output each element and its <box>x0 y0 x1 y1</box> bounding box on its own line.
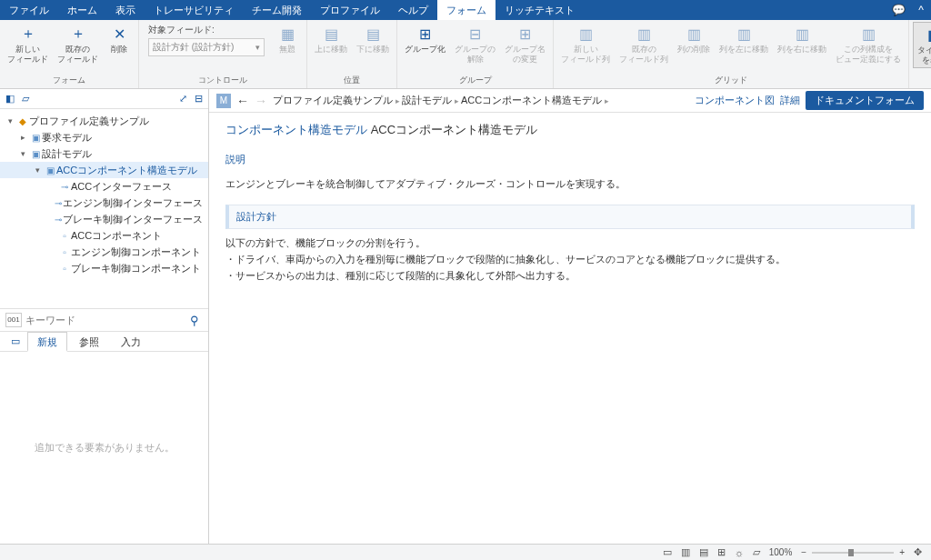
ribbon-group: ▥新しい フィールド列▥既存の フィールド列▥列の削除▥列を左に移動▥列を右に移… <box>554 20 909 88</box>
tree-node[interactable]: ▫ブレーキ制御コンポーネント <box>0 260 208 276</box>
ribbon-group: 対象フィールド:設計方針 (設計方針)▾▦無題コントロール <box>139 20 307 88</box>
ribbon-button-icon: ⊟ <box>466 24 486 44</box>
status-icon[interactable]: ▱ <box>753 546 760 558</box>
section-policy-header: 設計方針 <box>225 205 915 229</box>
ribbon-button-icon: ▥ <box>684 24 704 44</box>
menu-tab[interactable]: 表示 <box>106 0 145 20</box>
document-title: コンポーネント構造モデル ACCコンポーネント構造モデル <box>225 122 915 138</box>
tree-root[interactable]: ▾◆プロファイル定義サンプル <box>0 113 208 129</box>
target-field-select[interactable]: 設計方針 (設計方針)▾ <box>148 38 265 56</box>
menu-tab[interactable]: ヘルプ <box>389 0 437 20</box>
breadcrumb-item[interactable]: 設計モデル <box>402 95 452 105</box>
window-collapse-icon[interactable]: ^ <box>918 4 924 16</box>
ribbon-group: ◧タイトル を表示◧タイトルの 表示方向タイトル <box>909 20 931 88</box>
menu-tab[interactable]: チーム開発 <box>243 0 311 20</box>
policy-text[interactable]: ・サービスからの出力は、種別に応じて段階的に具象化して外部へ出力する。 <box>225 267 915 284</box>
sidebar-toolbar: ◧ ▱ ⤢ ⊟ <box>0 89 208 109</box>
ribbon-button: ▥列を左に移動 <box>716 22 772 56</box>
document-form-button[interactable]: ドキュメントフォーム <box>806 91 924 110</box>
ribbon-button-icon: ▤ <box>363 24 383 44</box>
subtab-icon[interactable]: ▭ <box>5 332 25 351</box>
keyword-input[interactable] <box>25 315 183 325</box>
sub-tab[interactable]: 参照 <box>69 332 109 351</box>
nav-back-icon[interactable]: ← <box>236 94 249 108</box>
menu-tabs: ファイルホーム表示トレーサビリティチーム開発プロファイルヘルプフォームリッチテキ… <box>0 0 584 20</box>
tree-node[interactable]: ▫ACCコンポーネント <box>0 227 208 244</box>
tree-node[interactable]: ⊸ブレーキ制御インターフェース <box>0 211 208 227</box>
status-icon[interactable]: ✥ <box>914 546 922 558</box>
ribbon-button-icon: ▦ <box>277 24 297 44</box>
sub-tabs: ▭ 新規参照入力 <box>0 332 208 352</box>
menu-tab[interactable]: ホーム <box>58 0 106 20</box>
status-icon[interactable]: ⊞ <box>717 546 726 558</box>
tree-node[interactable]: ⊸エンジン制御インターフェース <box>0 195 208 211</box>
nav-fwd-icon[interactable]: → <box>255 94 267 108</box>
breadcrumb-item[interactable]: プロファイル定義サンプル <box>273 95 393 105</box>
tree-node[interactable]: ▾▣設計モデル <box>0 145 208 162</box>
tree-node[interactable]: ⊸ACCインターフェース <box>0 178 208 195</box>
toolbar-icon[interactable]: ◧ <box>5 93 15 105</box>
ribbon-button-icon: ▤ <box>321 24 341 44</box>
menu-tab[interactable]: トレーサビリティ <box>145 0 243 20</box>
status-bar: ▭ ▥ ▤ ⊞ ☼ ▱ 100% −+ ✥ <box>0 544 931 560</box>
toolbar-icon[interactable]: ⊟ <box>195 93 203 105</box>
ribbon-button: ⊟グループの 解除 <box>451 22 499 66</box>
status-icon[interactable]: ☼ <box>735 547 744 558</box>
status-icon[interactable]: ▥ <box>681 546 690 558</box>
ribbon-group: ▤上に移動▤下に移動位置 <box>307 20 397 88</box>
ribbon-group: ＋新しい フィールド＋既存の フィールド✕削除フォーム <box>0 20 139 88</box>
tree-node[interactable]: ▸▣要求モデル <box>0 129 208 145</box>
breadcrumb-bar: M ← → プロファイル定義サンプル ▸ 設計モデル ▸ ACCコンポーネント構… <box>209 89 931 113</box>
tree-node[interactable]: ▾▣ACCコンポーネント構造モデル <box>0 162 208 178</box>
ribbon-button: ▤下に移動 <box>353 22 393 56</box>
ribbon-group: ⊞グループ化⊟グループの 解除⊞グループ名 の変更グループ <box>397 20 554 88</box>
keyword-filter-icon[interactable]: ⚲ <box>186 314 203 327</box>
ribbon-button: ▤上に移動 <box>311 22 351 56</box>
status-icon[interactable]: ▭ <box>663 546 672 558</box>
ribbon-button-icon: ＋ <box>68 24 88 44</box>
menu-tab[interactable]: プロファイル <box>311 0 389 20</box>
add-panel-message: 追加できる要素がありません。 <box>35 441 175 455</box>
breadcrumb-item[interactable]: ACCコンポーネント構造モデル <box>461 95 602 105</box>
ribbon-button: ▥既存の フィールド列 <box>616 22 672 66</box>
ribbon-button-icon: ✕ <box>109 24 129 44</box>
policy-text[interactable]: ・ドライバ、車両からの入力を種別毎に機能ブロックで段階的に抽象化し、サービスのコ… <box>225 251 915 267</box>
ribbon-button[interactable]: ◧タイトル を表示 <box>913 22 931 68</box>
tree-node[interactable]: ▫エンジン制御コンポーネント <box>0 244 208 260</box>
model-badge-icon: M <box>216 94 231 108</box>
ribbon-button[interactable]: ⊞グループ化 <box>401 22 449 56</box>
ribbon: ＋新しい フィールド＋既存の フィールド✕削除フォーム対象フィールド:設計方針 … <box>0 20 931 89</box>
title-bar: ファイルホーム表示トレーサビリティチーム開発プロファイルヘルプフォームリッチテキ… <box>0 0 931 20</box>
window-speech-icon[interactable]: 💬 <box>892 4 906 16</box>
link-detail[interactable]: 詳細 <box>780 94 800 107</box>
toolbar-icon[interactable]: ▱ <box>22 93 29 105</box>
ribbon-button[interactable]: ＋既存の フィールド <box>54 22 102 66</box>
status-icon[interactable]: ▤ <box>699 546 708 558</box>
sub-tab[interactable]: 入力 <box>111 332 151 351</box>
ribbon-button-icon: ▥ <box>576 24 596 44</box>
ribbon-button-icon: ⊞ <box>415 24 435 44</box>
ribbon-button-icon: ▥ <box>634 24 654 44</box>
add-panel: 追加できる要素がありません。 <box>0 352 208 544</box>
description-text[interactable]: エンジンとブレーキを統合制御してアダプティブ・クルーズ・コントロールを実現する。 <box>225 175 915 192</box>
menu-tab[interactable]: ファイル <box>0 0 58 20</box>
zoom-slider[interactable]: −+ <box>801 547 905 557</box>
section-description-header: 説明 <box>225 153 915 170</box>
ribbon-button-icon: ▥ <box>734 24 754 44</box>
ribbon-button: ▥列を右に移動 <box>774 22 830 56</box>
link-component-view[interactable]: コンポーネント図 <box>695 94 775 107</box>
policy-text[interactable]: 以下の方針で、機能ブロックの分割を行う。 <box>225 235 915 251</box>
target-field: 対象フィールド:設計方針 (設計方針)▾ <box>143 22 270 58</box>
ribbon-button-icon: ▥ <box>792 24 812 44</box>
menu-tab[interactable]: フォーム <box>437 0 496 20</box>
ribbon-button: ▥列の削除 <box>674 22 714 56</box>
ribbon-button[interactable]: ＋新しい フィールド <box>4 22 52 66</box>
keyword-mode-icon[interactable]: 001 <box>5 313 22 327</box>
sub-tab[interactable]: 新規 <box>27 332 67 352</box>
toolbar-icon[interactable]: ⤢ <box>179 93 187 105</box>
sidebar: ◧ ▱ ⤢ ⊟ ▾◆プロファイル定義サンプル▸▣要求モデル▾▣設計モデル▾▣AC… <box>0 89 209 544</box>
window-controls: 💬 ^ <box>892 0 931 20</box>
ribbon-button[interactable]: ✕削除 <box>104 22 135 56</box>
ribbon-button: ▦無題 <box>272 22 303 56</box>
menu-tab[interactable]: リッチテキスト <box>496 0 584 20</box>
